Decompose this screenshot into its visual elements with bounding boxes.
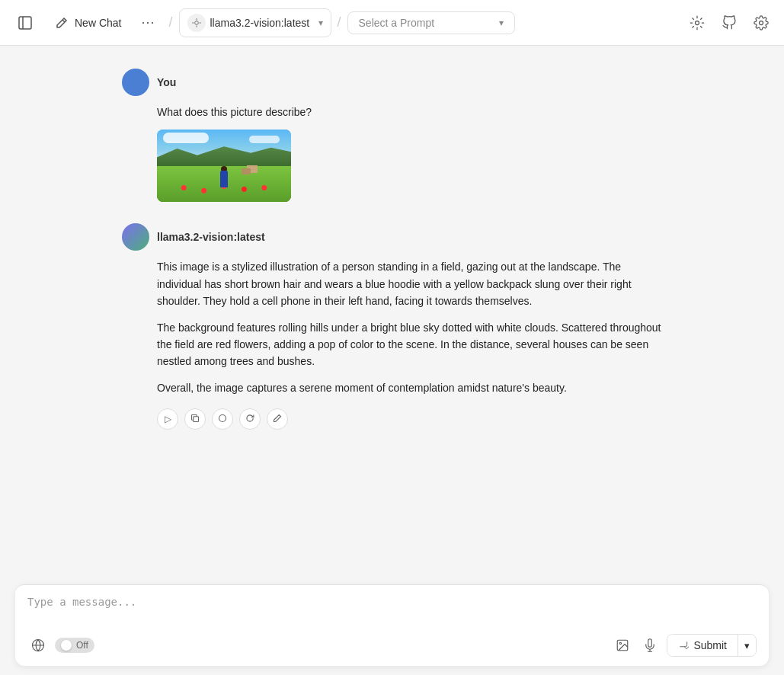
message-input[interactable] bbox=[27, 594, 757, 625]
topbar-right-actions bbox=[683, 9, 775, 37]
svg-rect-6 bbox=[194, 416, 199, 421]
img-house-2 bbox=[242, 168, 251, 174]
new-chat-label: New Chat bbox=[75, 17, 121, 29]
model-icon bbox=[187, 14, 206, 32]
regenerate-button[interactable] bbox=[239, 408, 261, 430]
ai-paragraph-3: Overall, the image captures a serene mom… bbox=[157, 379, 662, 396]
toggle-button[interactable]: Off bbox=[55, 638, 94, 653]
svg-point-10 bbox=[620, 642, 622, 644]
separator-1: / bbox=[168, 14, 172, 30]
ai-paragraph-2: The background features rolling hills un… bbox=[157, 319, 662, 370]
ai-action-icons: ▷ bbox=[157, 408, 662, 430]
github-button[interactable] bbox=[715, 9, 743, 37]
model-name: llama3.2-vision:latest bbox=[210, 17, 314, 29]
toggle-label: Off bbox=[76, 640, 88, 651]
user-message-content: What does this picture describe? bbox=[157, 104, 662, 208]
image-upload-button[interactable] bbox=[612, 635, 633, 656]
chat-area: You What does this picture describe? bbox=[0, 46, 784, 578]
more-icon: ··· bbox=[141, 14, 155, 30]
copy-icon bbox=[190, 414, 200, 425]
svg-point-7 bbox=[219, 414, 226, 421]
svg-line-2 bbox=[62, 20, 65, 22]
prompt-selector[interactable]: Select a Prompt ▾ bbox=[347, 11, 515, 34]
user-message-text: What does this picture describe? bbox=[157, 104, 662, 120]
ai-message-content: This image is a stylized illustration of… bbox=[157, 258, 662, 396]
settings-button[interactable] bbox=[683, 9, 711, 37]
user-sender-name: You bbox=[157, 76, 176, 88]
img-person-body bbox=[220, 171, 228, 187]
input-left-actions: Off bbox=[27, 635, 94, 656]
sidebar-icon bbox=[17, 14, 34, 31]
image-attachment[interactable] bbox=[157, 130, 291, 202]
input-right-actions: Submit ▾ bbox=[612, 634, 757, 657]
image-inner bbox=[157, 130, 291, 202]
prompt-chevron-icon: ▾ bbox=[499, 18, 504, 28]
pencil-icon bbox=[273, 414, 282, 425]
submit-label: Submit bbox=[693, 639, 727, 651]
select-prompt-label: Select a Prompt bbox=[359, 17, 435, 29]
rotate-icon bbox=[245, 414, 254, 425]
svg-rect-0 bbox=[19, 17, 31, 29]
ai-message-header: llama3.2-vision:latest bbox=[122, 223, 662, 251]
microphone-button[interactable] bbox=[639, 635, 661, 656]
new-chat-button[interactable]: New Chat bbox=[46, 10, 129, 36]
thumbs-up-icon bbox=[218, 414, 227, 425]
separator-2: / bbox=[338, 14, 341, 30]
user-message-header: You bbox=[122, 69, 662, 96]
globe-button[interactable] bbox=[27, 635, 49, 656]
ai-avatar bbox=[122, 223, 149, 251]
submit-button[interactable]: Submit bbox=[667, 635, 738, 656]
svg-point-3 bbox=[194, 21, 198, 24]
toggle-circle bbox=[61, 640, 72, 651]
ai-paragraph-1: This image is a stylized illustration of… bbox=[157, 258, 662, 309]
topbar: New Chat ··· / llama3.2-vision:latest ▾ … bbox=[0, 0, 784, 46]
config-button[interactable] bbox=[747, 9, 775, 37]
thumbs-up-button[interactable] bbox=[212, 408, 233, 430]
more-options-button[interactable]: ··· bbox=[133, 10, 162, 35]
ai-message: llama3.2-vision:latest This image is a s… bbox=[0, 216, 784, 437]
submit-button-group: Submit ▾ bbox=[667, 634, 757, 657]
user-message: You What does this picture describe? bbox=[0, 61, 784, 216]
edit-response-button[interactable] bbox=[267, 408, 288, 430]
svg-point-5 bbox=[760, 21, 763, 24]
submit-chevron-icon: ▾ bbox=[744, 640, 750, 651]
submit-dropdown-button[interactable]: ▾ bbox=[738, 635, 756, 656]
input-area: Off bbox=[15, 584, 769, 666]
edit-icon bbox=[53, 14, 70, 31]
img-clouds-1 bbox=[163, 133, 209, 143]
user-avatar bbox=[122, 69, 149, 96]
sidebar-toggle-button[interactable] bbox=[9, 10, 41, 36]
model-chevron-icon: ▾ bbox=[318, 18, 323, 28]
img-clouds-2 bbox=[249, 136, 280, 143]
input-toolbar: Off bbox=[27, 634, 757, 657]
ai-sender-name: llama3.2-vision:latest bbox=[157, 231, 265, 243]
model-selector[interactable]: llama3.2-vision:latest ▾ bbox=[179, 8, 331, 37]
svg-point-4 bbox=[696, 21, 699, 24]
play-icon: ▷ bbox=[165, 414, 171, 424]
copy-button[interactable] bbox=[184, 408, 206, 430]
play-button[interactable]: ▷ bbox=[157, 408, 178, 430]
